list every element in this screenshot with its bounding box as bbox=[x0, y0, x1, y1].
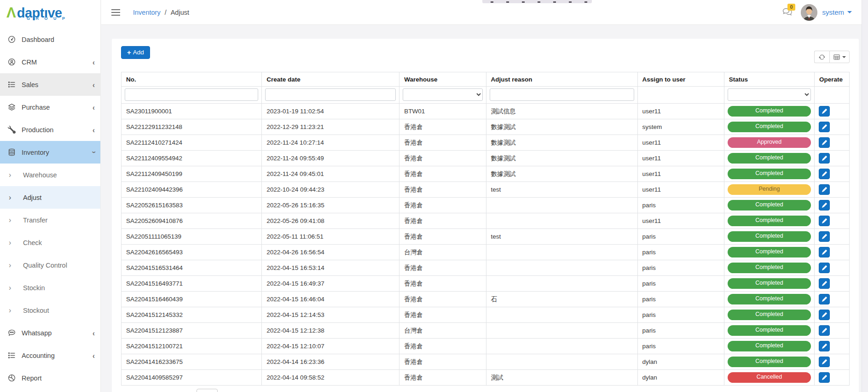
status-badge: Completed bbox=[728, 357, 811, 367]
cell-status: Completed bbox=[724, 213, 814, 229]
status-badge: Completed bbox=[728, 263, 811, 273]
sidebar-item-transfer[interactable]: ›Transfer bbox=[0, 209, 100, 231]
edit-button[interactable] bbox=[819, 106, 830, 117]
dashboard-icon bbox=[7, 35, 16, 44]
cell-adjust-reason: test bbox=[486, 229, 637, 245]
sidebar-item-label: Transfer bbox=[23, 216, 47, 224]
report-icon bbox=[7, 374, 16, 382]
cell-assign-to-user: paris bbox=[637, 339, 724, 354]
filter-input-adjust-reason[interactable] bbox=[490, 88, 634, 101]
notification-count-badge: 0 bbox=[787, 4, 795, 11]
cell-warehouse: 香港倉 bbox=[399, 182, 486, 198]
table-row: SA220526151635832022-05-26 15:16:35香港倉pa… bbox=[122, 198, 850, 213]
edit-button[interactable] bbox=[819, 325, 830, 336]
table-row: SA220415121453322022-04-15 12:14:53香港倉pa… bbox=[122, 307, 850, 323]
sidebar-item-label: Warehouse bbox=[23, 171, 57, 179]
sidebar-item-quality-control[interactable]: ›Quality Control bbox=[0, 254, 100, 276]
cell-operate bbox=[815, 213, 850, 229]
filter-select-status[interactable] bbox=[728, 88, 811, 101]
table-header-row: No.Create dateWarehouseAdjust reasonAssi… bbox=[122, 72, 850, 87]
cell-no: SA22041512100721 bbox=[122, 339, 262, 354]
sidebar-item-whatsapp[interactable]: Whatsapp‹ bbox=[0, 322, 100, 344]
edit-button[interactable] bbox=[819, 231, 830, 242]
table-row: SA221124102714242022-11-24 10:27:14香港倉數據… bbox=[122, 135, 850, 151]
sidebar-item-label: Report bbox=[22, 374, 42, 382]
filter-select-warehouse[interactable] bbox=[403, 88, 482, 101]
sidebar-item-accounting[interactable]: Accounting‹ bbox=[0, 344, 100, 367]
edit-button[interactable] bbox=[819, 153, 830, 164]
cell-create-date: 2022-04-15 16:53:14 bbox=[262, 260, 399, 276]
pencil-icon bbox=[822, 250, 827, 255]
edit-button[interactable] bbox=[819, 278, 830, 289]
breadcrumb-inventory-link[interactable]: Inventory bbox=[133, 9, 161, 16]
app-logo[interactable]: Λ daptıve G R O U P bbox=[0, 0, 100, 23]
cell-assign-to-user: system bbox=[637, 119, 724, 135]
sidebar-item-warehouse[interactable]: ›Warehouse bbox=[0, 164, 100, 186]
user-menu[interactable]: system bbox=[822, 8, 852, 16]
sidebar-item-stockout[interactable]: ›Stockout bbox=[0, 299, 100, 322]
edit-button[interactable] bbox=[819, 169, 830, 179]
edit-button[interactable] bbox=[819, 216, 830, 226]
sidebar-item-purchase[interactable]: Purchase‹ bbox=[0, 96, 100, 118]
edit-button[interactable] bbox=[819, 357, 830, 367]
cell-no: SA22041516460439 bbox=[122, 292, 262, 307]
edit-button[interactable] bbox=[819, 341, 830, 351]
cell-operate bbox=[815, 370, 850, 386]
cell-adjust-reason: 石 bbox=[486, 292, 637, 307]
edit-button[interactable] bbox=[819, 137, 830, 148]
edit-button[interactable] bbox=[819, 294, 830, 304]
filter-input-create-date[interactable] bbox=[265, 88, 396, 101]
sidebar-item-adjust[interactable]: ›Adjust bbox=[0, 186, 100, 209]
page-scrollbar[interactable] bbox=[862, 0, 868, 392]
edit-button[interactable] bbox=[819, 247, 830, 257]
edit-button[interactable] bbox=[819, 372, 830, 383]
edit-button[interactable] bbox=[819, 200, 830, 211]
pencil-icon bbox=[822, 218, 827, 223]
sidebar-item-production[interactable]: Production‹ bbox=[0, 118, 100, 141]
cell-warehouse: 香港倉 bbox=[399, 151, 486, 166]
cell-assign-to-user: paris bbox=[637, 260, 724, 276]
sidebar-item-crm[interactable]: CRM‹ bbox=[0, 51, 100, 73]
pencil-icon bbox=[822, 265, 827, 270]
sidebar-item-label: Purchase bbox=[22, 104, 50, 111]
sidebar-item-stockin[interactable]: ›Stockin bbox=[0, 276, 100, 299]
avatar[interactable] bbox=[801, 4, 817, 21]
edit-button[interactable] bbox=[819, 263, 830, 273]
cell-status: Completed bbox=[724, 292, 814, 307]
sidebar-item-check[interactable]: ›Check bbox=[0, 231, 100, 254]
cell-status: Pending bbox=[724, 182, 814, 198]
sidebar-item-label: Adjust bbox=[23, 194, 41, 201]
sidebar-toggle-button[interactable] bbox=[111, 9, 120, 16]
pagination-control[interactable] bbox=[197, 389, 218, 392]
edit-button[interactable] bbox=[819, 122, 830, 132]
refresh-button[interactable] bbox=[814, 51, 829, 63]
cell-assign-to-user: user11 bbox=[637, 182, 724, 198]
card-toolbar: + Add bbox=[121, 46, 850, 65]
table-row: SA220426165654932022-04-26 16:56:54台灣倉pa… bbox=[122, 245, 850, 260]
filter-input-no-[interactable] bbox=[125, 88, 258, 101]
columns-button[interactable] bbox=[829, 51, 850, 63]
sidebar-item-report[interactable]: Report bbox=[0, 367, 100, 389]
status-badge: Completed bbox=[728, 278, 811, 289]
pencil-icon bbox=[822, 109, 827, 114]
cell-warehouse: BTW01 bbox=[399, 104, 486, 119]
cell-status: Completed bbox=[724, 339, 814, 354]
notifications-button[interactable]: 0 bbox=[782, 8, 793, 17]
edit-button[interactable] bbox=[819, 310, 830, 320]
sidebar-item-label: Accounting bbox=[22, 352, 55, 359]
status-badge: Completed bbox=[728, 294, 811, 304]
chevron-left-icon: ‹ bbox=[93, 103, 95, 111]
cell-warehouse: 香港倉 bbox=[399, 198, 486, 213]
cell-warehouse: 香港倉 bbox=[399, 213, 486, 229]
pencil-icon bbox=[822, 124, 827, 129]
cell-create-date: 2022-04-14 09:58:52 bbox=[262, 370, 399, 386]
cell-adjust-reason bbox=[486, 245, 637, 260]
cell-no: SA22112409554942 bbox=[122, 151, 262, 166]
add-button[interactable]: + Add bbox=[121, 46, 150, 59]
edit-button[interactable] bbox=[819, 184, 830, 195]
sidebar-item-dashboard[interactable]: Dashboard bbox=[0, 28, 100, 51]
sidebar-item-sales[interactable]: Sales‹ bbox=[0, 73, 100, 96]
column-header-adjust-reason: Adjust reason bbox=[486, 72, 637, 87]
cell-status: Cancelled bbox=[724, 370, 814, 386]
sidebar-item-inventory[interactable]: Inventory‹ bbox=[0, 141, 100, 164]
